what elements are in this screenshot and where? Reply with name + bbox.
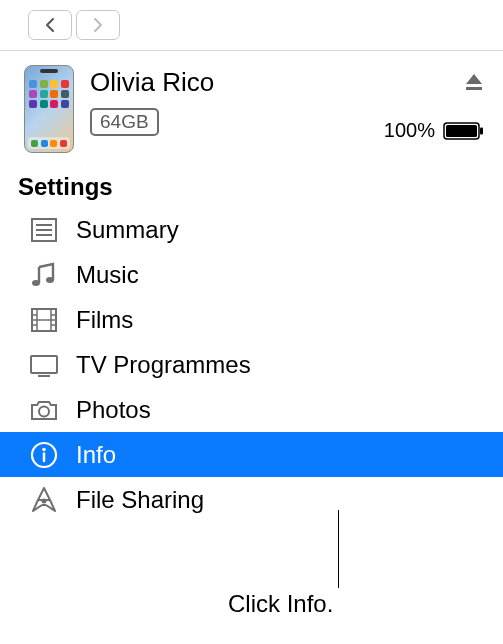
sidebar-item-label: Photos	[76, 396, 151, 424]
section-header: Settings	[0, 173, 503, 207]
file-sharing-icon	[28, 484, 60, 516]
sidebar-item-label: Info	[76, 441, 116, 469]
sidebar-item-label: Summary	[76, 216, 179, 244]
callout-line	[338, 510, 339, 588]
svg-point-9	[46, 277, 54, 283]
storage-badge: 64GB	[90, 108, 159, 136]
photos-icon	[28, 394, 60, 426]
callout-text: Click Info.	[228, 590, 333, 618]
summary-icon	[28, 214, 60, 246]
settings-list: Summary Music Films TV Programmes Photos	[0, 207, 503, 522]
sidebar-item-label: Films	[76, 306, 133, 334]
battery-percentage: 100%	[384, 119, 435, 142]
device-header: Olivia Rico 64GB 100%	[0, 51, 503, 163]
svg-rect-2	[446, 125, 477, 137]
svg-point-20	[39, 406, 49, 416]
device-info: Olivia Rico 64GB	[90, 65, 368, 136]
battery-icon	[443, 121, 485, 141]
forward-button[interactable]	[76, 10, 120, 40]
films-icon	[28, 304, 60, 336]
sidebar-item-label: File Sharing	[76, 486, 204, 514]
chevron-right-icon	[91, 17, 105, 33]
sidebar-item-summary[interactable]: Summary	[0, 207, 503, 252]
device-name: Olivia Rico	[90, 67, 368, 98]
eject-button[interactable]	[463, 71, 485, 97]
toolbar	[0, 0, 503, 51]
sidebar-item-films[interactable]: Films	[0, 297, 503, 342]
svg-point-8	[32, 280, 40, 286]
sidebar-item-label: TV Programmes	[76, 351, 251, 379]
info-icon	[28, 439, 60, 471]
svg-rect-0	[466, 87, 482, 90]
svg-rect-18	[31, 356, 57, 373]
chevron-left-icon	[43, 17, 57, 33]
sidebar-item-info[interactable]: Info	[0, 432, 503, 477]
sidebar-item-file-sharing[interactable]: File Sharing	[0, 477, 503, 522]
tv-icon	[28, 349, 60, 381]
settings-section: Settings Summary Music Films TV Programm…	[0, 163, 503, 522]
sidebar-item-photos[interactable]: Photos	[0, 387, 503, 432]
eject-icon	[463, 71, 485, 93]
sidebar-item-tv-programmes[interactable]: TV Programmes	[0, 342, 503, 387]
sidebar-item-label: Music	[76, 261, 139, 289]
svg-point-22	[42, 447, 46, 451]
back-button[interactable]	[28, 10, 72, 40]
sidebar-item-music[interactable]: Music	[0, 252, 503, 297]
device-status-column: 100%	[384, 65, 485, 142]
music-icon	[28, 259, 60, 291]
battery-status: 100%	[384, 119, 485, 142]
device-thumbnail	[24, 65, 74, 153]
svg-point-25	[42, 498, 47, 503]
svg-rect-3	[480, 127, 483, 134]
